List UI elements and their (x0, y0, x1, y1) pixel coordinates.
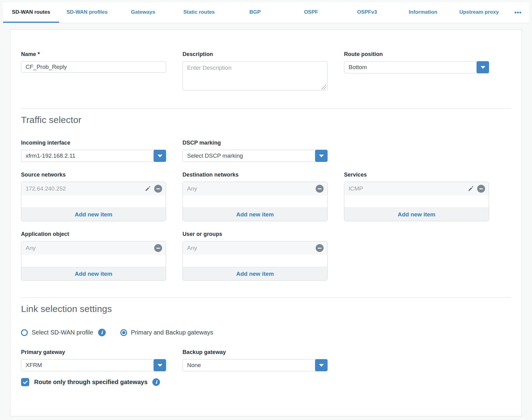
primary-gateway-label: Primary gateway (21, 349, 166, 355)
dscp-marking-select[interactable]: Select DSCP marking (183, 150, 328, 162)
services-field-group: Services ICMP Add new item (344, 172, 489, 221)
minus-glyph (479, 188, 483, 189)
primary-gateway-select[interactable]: XFRM (21, 359, 166, 371)
list-item: ICMP (344, 182, 489, 195)
destination-networks-label: Destination networks (183, 172, 328, 178)
chevron-down-icon[interactable] (315, 359, 328, 371)
list-item-value: 172.64.240.252 (26, 185, 144, 192)
triangle-glyph (158, 155, 162, 157)
edit-icon[interactable] (467, 185, 475, 193)
remove-icon[interactable] (316, 244, 324, 252)
networks-services-row: Source networks 172.64.240.252 Add new i… (21, 172, 511, 221)
more-tabs-icon[interactable]: ••• (507, 2, 529, 23)
tab-information[interactable]: Information (395, 2, 451, 23)
backup-gateway-label: Backup gateway (183, 349, 328, 355)
section-divider (21, 297, 511, 298)
sdwan-route-form-card: Name * Description Route position Bottom… (10, 30, 522, 416)
tab-bgp[interactable]: BGP (227, 2, 283, 23)
tab-sdwan-routes[interactable]: SD-WAN routes (3, 2, 59, 23)
name-field-group: Name * (21, 51, 166, 73)
description-textarea[interactable] (183, 61, 328, 90)
triangle-glyph (481, 66, 485, 69)
remove-icon[interactable] (316, 185, 324, 193)
route-position-select[interactable]: Bottom (344, 61, 489, 73)
resize-handle-icon[interactable] (321, 85, 326, 89)
minus-glyph (156, 188, 160, 189)
list-empty-area (183, 255, 327, 267)
route-position-value: Bottom (349, 64, 367, 71)
radio-unchecked-icon[interactable] (21, 329, 28, 336)
incoming-interface-label: Incoming interface (21, 140, 166, 146)
incoming-interface-select[interactable]: xfrm1-192.168.2.11 (21, 150, 166, 162)
route-only-checkbox-row: Route only through specified gateways i (21, 378, 511, 386)
user-or-groups-field-group: User or groups Any Add new item (183, 231, 328, 281)
radio-checked-icon[interactable] (120, 329, 127, 336)
edit-icon[interactable] (144, 185, 152, 193)
list-item-value: Any (187, 185, 316, 192)
checkbox-checked-icon[interactable] (21, 378, 29, 386)
triangle-glyph (319, 155, 324, 157)
list-item: Any (21, 241, 166, 255)
radio-primary-backup-gateways[interactable]: Primary and Backup gateways (120, 329, 213, 336)
list-empty-area (21, 255, 166, 267)
add-new-item-button[interactable]: Add new item (183, 267, 327, 280)
route-position-field-group: Route position Bottom (344, 51, 489, 73)
list-item: Any (183, 241, 327, 255)
destination-networks-list: Any Add new item (183, 182, 328, 221)
route-position-label: Route position (344, 51, 489, 58)
description-field-group: Description (183, 51, 328, 92)
minus-glyph (318, 188, 321, 189)
triangle-glyph (158, 364, 162, 367)
chevron-down-icon[interactable] (154, 359, 166, 371)
minus-glyph (318, 248, 321, 249)
radio-label: Primary and Backup gateways (131, 329, 213, 336)
user-or-groups-list: Any Add new item (183, 241, 328, 281)
name-input[interactable] (21, 61, 166, 73)
remove-icon[interactable] (154, 185, 162, 193)
backup-gateway-select[interactable]: None (183, 359, 328, 371)
tab-upstream-proxy[interactable]: Upstream proxy (451, 2, 507, 23)
add-new-item-button[interactable]: Add new item (183, 208, 327, 221)
backup-gateway-field-group: Backup gateway None (183, 349, 328, 371)
tab-static-routes[interactable]: Static routes (171, 2, 227, 23)
name-label: Name * (21, 51, 166, 58)
remove-icon[interactable] (154, 244, 162, 252)
chevron-down-icon[interactable] (315, 150, 328, 162)
list-empty-area (344, 195, 489, 208)
add-new-item-button[interactable]: Add new item (21, 208, 166, 221)
general-fields-row: Name * Description Route position Bottom (21, 51, 511, 92)
tab-ospf[interactable]: OSPF (283, 2, 339, 23)
list-item-value: Any (187, 245, 316, 251)
list-item-value: ICMP (349, 185, 467, 192)
top-tab-bar: SD-WAN routes SD-WAN profiles Gateways S… (3, 2, 529, 23)
incoming-interface-field-group: Incoming interface xfrm1-192.168.2.11 (21, 140, 166, 162)
tab-gateways[interactable]: Gateways (115, 2, 171, 23)
minus-glyph (156, 248, 160, 249)
chevron-down-icon[interactable] (154, 150, 166, 162)
remove-icon[interactable] (477, 185, 485, 193)
traffic-selects-row: Incoming interface xfrm1-192.168.2.11 DS… (21, 140, 511, 162)
source-networks-field-group: Source networks 172.64.240.252 Add new i… (21, 172, 166, 221)
source-networks-list: 172.64.240.252 Add new item (21, 182, 166, 221)
primary-gateway-field-group: Primary gateway XFRM (21, 349, 166, 371)
radio-select-sdwan-profile[interactable]: Select SD-WAN profile (21, 329, 93, 336)
list-item: Any (183, 182, 327, 195)
add-new-item-button[interactable]: Add new item (21, 267, 166, 280)
source-networks-label: Source networks (21, 172, 166, 178)
gateways-row: Primary gateway XFRM Backup gateway None (21, 349, 511, 371)
list-empty-area (183, 195, 327, 208)
destination-networks-field-group: Destination networks Any Add new item (183, 172, 328, 221)
user-or-groups-label: User or groups (183, 231, 328, 237)
tab-ospfv3[interactable]: OSPFv3 (339, 2, 395, 23)
list-item: 172.64.240.252 (21, 182, 166, 195)
chevron-down-icon[interactable] (477, 61, 489, 73)
add-new-item-button[interactable]: Add new item (344, 208, 489, 221)
radio-label: Select SD-WAN profile (32, 329, 93, 336)
info-icon[interactable]: i (98, 329, 106, 336)
list-item-value: Any (26, 245, 154, 251)
section-divider (21, 108, 511, 109)
info-icon[interactable]: i (152, 378, 160, 386)
application-object-list: Any Add new item (21, 241, 166, 281)
dscp-marking-label: DSCP marking (183, 140, 328, 146)
tab-sdwan-profiles[interactable]: SD-WAN profiles (59, 2, 115, 23)
